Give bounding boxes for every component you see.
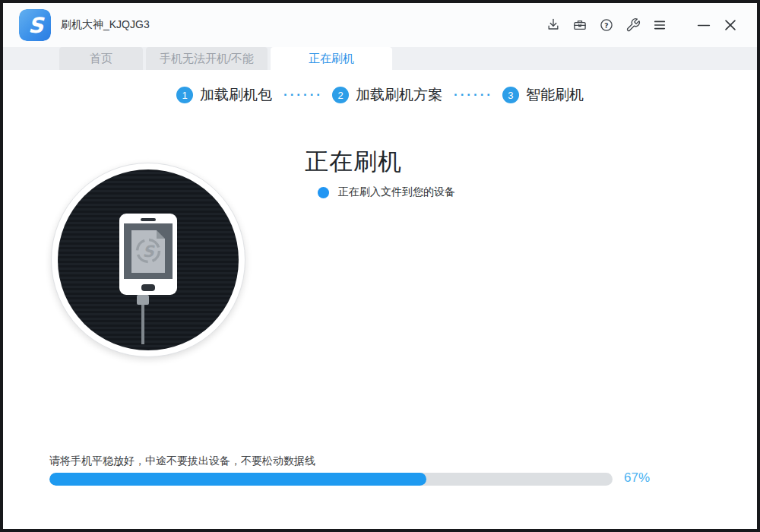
step-3: 3 智能刷机: [502, 85, 584, 105]
step-1: 1 加载刷机包: [176, 85, 272, 105]
step-indicator: 1 加载刷机包 ······ 2 加载刷机方案 ······ 3 智能刷机: [3, 85, 757, 105]
step-2: 2 加载刷机方案: [332, 85, 442, 105]
tab-bar: 首页 手机无法开机/不能 正在刷机: [3, 47, 757, 70]
titlebar-actions: ?: [545, 17, 739, 33]
tab-flashing[interactable]: 正在刷机: [271, 47, 392, 70]
step-2-label: 加载刷机方案: [356, 85, 442, 105]
step-separator: ······: [283, 87, 323, 103]
menu-icon[interactable]: [651, 17, 668, 33]
phone-speaker: [141, 218, 156, 221]
titlebar: S 刷机大神_KJQJG3 ?: [3, 3, 757, 47]
step-separator: ······: [454, 87, 493, 103]
progress-fill: [49, 473, 426, 486]
step-3-badge: 3: [502, 87, 519, 103]
caution-hint: 请将手机平稳放好，中途不要拔出设备，不要松动数据线: [49, 454, 315, 468]
tab-home[interactable]: 首页: [59, 47, 143, 70]
window-title: 刷机大神_KJQJG3: [61, 18, 545, 32]
usb-plug: [137, 295, 149, 305]
usb-cable: [141, 305, 144, 344]
toolbox-icon[interactable]: [572, 17, 588, 33]
svg-text:S: S: [142, 242, 155, 261]
step-1-badge: 1: [176, 87, 193, 103]
help-icon[interactable]: ?: [598, 17, 615, 33]
status-text: 正在刷入文件到您的设备: [338, 185, 455, 199]
main-content: 1 加载刷机包 ······ 2 加载刷机方案 ······ 3 智能刷机: [3, 70, 757, 529]
step-2-badge: 2: [332, 87, 349, 103]
svg-text:S: S: [28, 13, 45, 38]
status-dot-icon: [318, 187, 329, 198]
step-3-label: 智能刷机: [526, 85, 584, 105]
phone-home-button: [141, 284, 155, 291]
app-window: S 刷机大神_KJQJG3 ?: [0, 0, 760, 532]
phone-illustration: S: [119, 214, 177, 295]
rom-logo-swirl-icon: S: [134, 236, 163, 265]
svg-text:?: ?: [604, 21, 608, 30]
rom-file-icon: S: [131, 230, 165, 273]
page-title: 正在刷机: [305, 146, 402, 178]
download-icon[interactable]: [545, 17, 562, 33]
status-row: 正在刷入文件到您的设备: [318, 185, 455, 199]
app-logo-icon: S: [19, 9, 51, 41]
illustration-circle: S: [58, 169, 239, 350]
phone-screen: S: [124, 223, 173, 279]
minimize-icon[interactable]: [695, 17, 712, 33]
step-1-label: 加载刷机包: [200, 85, 272, 105]
close-icon[interactable]: [722, 17, 739, 33]
wrench-icon[interactable]: [625, 17, 641, 33]
tab-phone-wont-boot[interactable]: 手机无法开机/不能: [146, 47, 268, 70]
progress-percent: 67%: [624, 470, 650, 486]
flashing-illustration: S: [51, 163, 245, 357]
progress-bar: [49, 473, 613, 486]
